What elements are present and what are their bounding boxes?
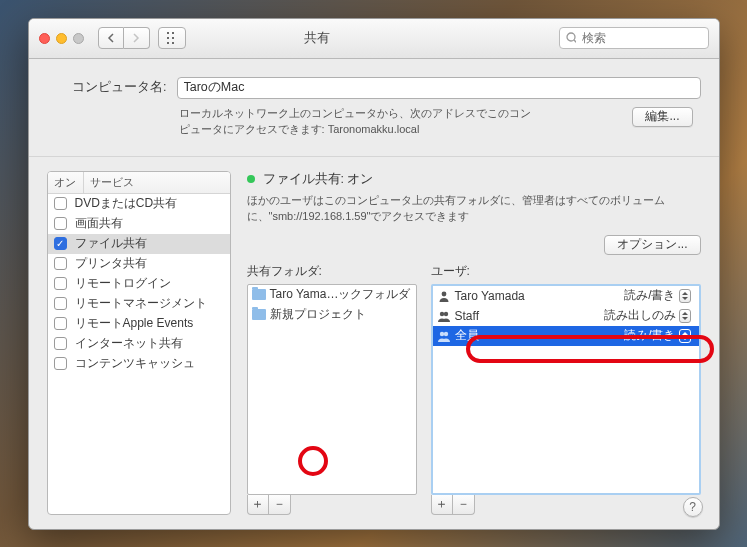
folder-row[interactable]: 新規プロジェクト [248, 305, 416, 325]
svg-point-9 [567, 33, 575, 41]
users-list[interactable]: Taro Yamada読み/書きStaff読み出しのみ全員読み/書き [431, 284, 701, 495]
search-field[interactable] [559, 27, 709, 49]
service-checkbox[interactable] [54, 297, 67, 310]
search-icon [566, 32, 577, 44]
service-row[interactable]: インターネット共有 [48, 334, 230, 354]
folders-add-remove: ＋ － [247, 495, 291, 515]
group-icon [437, 329, 451, 343]
permission-label: 読み/書き [624, 327, 675, 344]
service-label: インターネット共有 [75, 335, 183, 352]
service-checkbox[interactable] [54, 257, 67, 270]
svg-point-12 [439, 311, 443, 315]
computer-name-row: コンピュータ名: [47, 77, 701, 99]
permission-popup[interactable]: 読み出しのみ [604, 307, 695, 324]
shared-folders-label: 共有フォルダ: [247, 263, 417, 280]
user-row[interactable]: Taro Yamada読み/書き [433, 286, 699, 306]
close-icon[interactable] [39, 33, 50, 44]
status-desc: ほかのユーザはこのコンピュータ上の共有フォルダに、管理者はすべてのボリュームに、… [247, 192, 677, 225]
folder-label: Taro Yama…ックフォルダ [270, 286, 411, 303]
service-row[interactable]: リモートマネージメント [48, 294, 230, 314]
service-label: 画面共有 [75, 215, 123, 232]
help-button[interactable]: ? [683, 497, 703, 517]
search-input[interactable] [580, 30, 701, 46]
folder-label: 新規プロジェクト [270, 306, 366, 323]
group-icon [437, 309, 451, 323]
add-user-button[interactable]: ＋ [432, 495, 453, 514]
divider [29, 156, 719, 157]
service-row[interactable]: DVDまたはCD共有 [48, 194, 230, 214]
service-label: ファイル共有 [75, 235, 147, 252]
service-row[interactable]: プリンタ共有 [48, 254, 230, 274]
person-icon [437, 289, 451, 303]
folder-icon [252, 289, 266, 300]
window-controls [39, 33, 84, 44]
service-checkbox[interactable] [54, 317, 67, 330]
service-label: コンテンツキャッシュ [75, 355, 195, 372]
status-line: ファイル共有: オン [247, 171, 701, 188]
service-checkbox[interactable] [54, 277, 67, 290]
svg-line-10 [574, 40, 577, 43]
user-label: Taro Yamada [455, 289, 525, 303]
service-checkbox[interactable] [54, 357, 67, 370]
service-label: リモートApple Events [75, 315, 194, 332]
minimize-icon[interactable] [56, 33, 67, 44]
service-label: プリンタ共有 [75, 255, 147, 272]
svg-point-13 [443, 311, 447, 315]
stepper-icon [679, 289, 691, 303]
svg-point-14 [439, 331, 443, 335]
shared-folders-column: 共有フォルダ: Taro Yama…ックフォルダ新規プロジェクト ＋ － [247, 263, 417, 515]
content: コンピュータ名: ローカルネットワーク上のコンピュータから、次のアドレスでこのコ… [29, 59, 719, 529]
status-dot-icon [247, 175, 255, 183]
permission-popup[interactable]: 読み/書き [624, 287, 694, 304]
users-add-remove: ＋ － [431, 495, 475, 515]
remove-folder-button[interactable]: － [269, 495, 290, 514]
page-title: 共有 [84, 29, 551, 47]
shared-folders-list[interactable]: Taro Yama…ックフォルダ新規プロジェクト [247, 284, 417, 495]
services-list[interactable]: DVDまたはCD共有画面共有ファイル共有プリンタ共有リモートログインリモートマネ… [48, 194, 230, 514]
stepper-icon [679, 309, 691, 323]
zoom-icon [73, 33, 84, 44]
service-checkbox[interactable] [54, 337, 67, 350]
users-column: ユーザ: Taro Yamada読み/書きStaff読み出しのみ全員読み/書き … [431, 263, 701, 515]
users-label: ユーザ: [431, 263, 701, 280]
user-row[interactable]: 全員読み/書き [433, 326, 699, 346]
edit-hostname-button[interactable]: 編集... [632, 107, 692, 127]
computer-name-desc: ローカルネットワーク上のコンピュータから、次のアドレスでこのコンピュータにアクセ… [179, 105, 539, 138]
service-checkbox[interactable] [54, 237, 67, 250]
service-checkbox[interactable] [54, 217, 67, 230]
status-title: ファイル共有: オン [263, 171, 374, 188]
options-button[interactable]: オプション... [604, 235, 700, 255]
services-header-service: サービス [84, 172, 140, 193]
svg-point-15 [443, 331, 447, 335]
service-label: リモートマネージメント [75, 295, 207, 312]
computer-name-input[interactable] [177, 77, 701, 99]
folder-row[interactable]: Taro Yama…ックフォルダ [248, 285, 416, 305]
permission-popup[interactable]: 読み/書き [624, 327, 694, 344]
services-header-on: オン [48, 172, 84, 193]
services-header: オン サービス [48, 172, 230, 194]
stepper-icon [679, 329, 691, 343]
toolbar: 共有 [29, 19, 719, 59]
service-row[interactable]: 画面共有 [48, 214, 230, 234]
service-detail: ファイル共有: オン ほかのユーザはこのコンピュータ上の共有フォルダに、管理者は… [247, 171, 701, 515]
user-row[interactable]: Staff読み出しのみ [433, 306, 699, 326]
service-label: リモートログイン [75, 275, 171, 292]
permission-label: 読み出しのみ [604, 307, 676, 324]
add-folder-button[interactable]: ＋ [248, 495, 269, 514]
sharing-prefpane-window: 共有 コンピュータ名: ローカルネットワーク上のコンピュータから、次のアドレスで… [28, 18, 720, 530]
service-label: DVDまたはCD共有 [75, 195, 178, 212]
services-panel: オン サービス DVDまたはCD共有画面共有ファイル共有プリンタ共有リモートログ… [47, 171, 231, 515]
service-row[interactable]: リモートログイン [48, 274, 230, 294]
panes: オン サービス DVDまたはCD共有画面共有ファイル共有プリンタ共有リモートログ… [47, 171, 701, 515]
folder-icon [252, 309, 266, 320]
permission-label: 読み/書き [624, 287, 675, 304]
svg-point-11 [441, 291, 446, 296]
service-checkbox[interactable] [54, 197, 67, 210]
user-label: 全員 [455, 327, 479, 344]
service-row[interactable]: ファイル共有 [48, 234, 230, 254]
computer-name-hostname: Taronomakku.local [328, 123, 420, 135]
computer-name-label: コンピュータ名: [47, 79, 167, 96]
remove-user-button[interactable]: － [453, 495, 474, 514]
service-row[interactable]: コンテンツキャッシュ [48, 354, 230, 374]
service-row[interactable]: リモートApple Events [48, 314, 230, 334]
